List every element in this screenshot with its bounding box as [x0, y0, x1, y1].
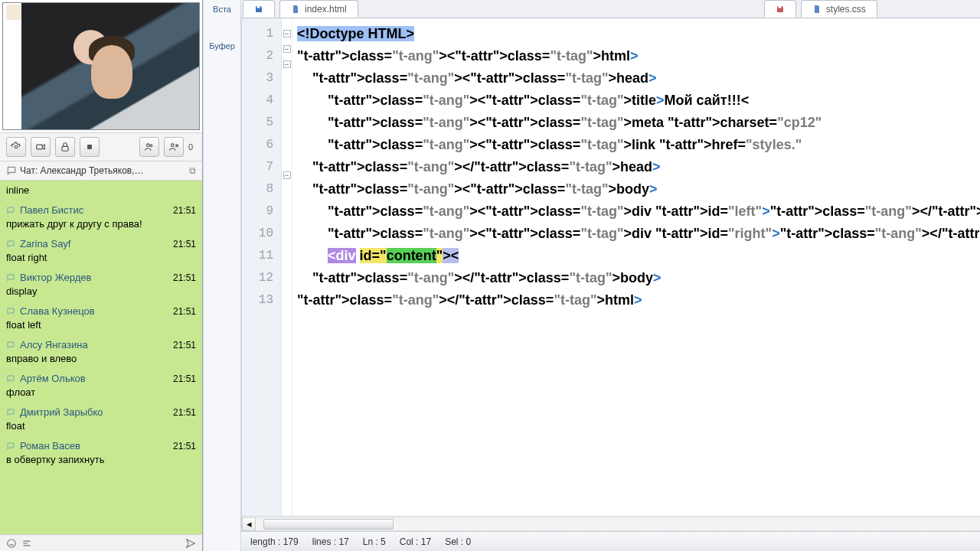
chat-message-header: Павел Бистис21:51: [6, 204, 196, 216]
status-bar: length : 179 lines : 17 Ln : 5 Col : 17 …: [241, 531, 980, 551]
chat-bubble-icon: [6, 165, 17, 176]
chat-message: Павел Бистис21:51прижать друг к другу с …: [0, 203, 202, 236]
chat-message: Роман Васев21:51в обвертку запихнуть: [0, 439, 202, 472]
code-editor: index.html styles.css 12345678910111213 …: [241, 0, 980, 551]
chat-message: Слава Кузнецов21:51float left: [0, 304, 202, 337]
chat-message-header: Zarina Sayf21:51: [6, 238, 196, 249]
chat-message: Дмитрий Зарыбко21:51float: [0, 405, 202, 439]
bubble-icon: [6, 442, 15, 451]
svg-rect-2: [62, 146, 68, 151]
chat-time: 21:51: [173, 441, 196, 452]
svg-rect-1: [37, 145, 43, 149]
chat-time: 21:51: [173, 239, 196, 249]
status-col: Col : 17: [400, 536, 431, 547]
svg-point-6: [171, 144, 174, 147]
chat-message: Виктор Жердев21:51display: [0, 270, 202, 304]
chat-message-header: Слава Кузнецов21:51: [6, 305, 196, 317]
chat-message: Zarina Sayf21:51float right: [0, 236, 202, 270]
chat-message-header: Алсу Янгазина21:51: [6, 339, 196, 350]
save-icon[interactable]: [243, 0, 275, 18]
bubble-icon: [6, 273, 15, 282]
chat-time: 21:51: [173, 340, 196, 350]
stop-icon[interactable]: [80, 137, 100, 157]
webcam-toolbar: 0: [0, 132, 202, 161]
chat-text: флоат: [6, 384, 196, 403]
webcam-viewport: [2, 2, 200, 130]
svg-rect-10: [257, 6, 260, 8]
chat-author: Алсу Янгазина: [20, 339, 88, 350]
chat-text: display: [6, 283, 196, 302]
chat-text: float right: [6, 249, 196, 269]
ribbon-clipboard-label: Буфер: [204, 41, 240, 51]
scroll-left-icon[interactable]: ◂: [242, 517, 256, 531]
code-area-html[interactable]: <!Doctype HTML>"t-attr">class="t-ang"><"…: [292, 18, 980, 516]
save-icon[interactable]: [764, 0, 796, 18]
tab-label: index.html: [305, 4, 347, 15]
popout-icon[interactable]: ⧉: [189, 165, 196, 176]
fold-gutter[interactable]: −−−−: [282, 18, 292, 516]
communicator-panel: 0 Чат: Александр Третьяков,… ⧉ inlineПав…: [0, 0, 203, 551]
chat-message: inline: [0, 181, 202, 203]
svg-point-5: [150, 145, 152, 147]
ribbon-left-slice: Вста Буфер: [203, 0, 241, 551]
chat-time: 21:51: [173, 373, 196, 384]
lock-icon[interactable]: [55, 137, 75, 157]
contact-count: 0: [188, 142, 193, 152]
chat-text: прижать друг к другу с права!: [6, 216, 196, 235]
svg-rect-11: [778, 6, 781, 8]
ribbon-insert[interactable]: Вста: [204, 5, 240, 14]
chat-message: Артём Ольков21:51флоат: [0, 371, 202, 405]
chat-time: 21:51: [173, 205, 196, 216]
bubble-icon: [6, 408, 15, 417]
tab-styles-css[interactable]: styles.css: [801, 0, 877, 18]
tab-label: styles.css: [826, 4, 866, 15]
chat-input-bar: [0, 534, 202, 551]
chat-text: inline: [6, 182, 196, 201]
chat-author: Павел Бистис: [20, 204, 83, 216]
chat-header: Чат: Александр Третьяков,… ⧉: [0, 161, 202, 181]
format-icon[interactable]: [21, 538, 32, 549]
bubble-icon: [6, 307, 15, 316]
editor-tab-bar: index.html styles.css: [241, 0, 980, 18]
h-scrollbar[interactable]: ◂ ▸: [242, 516, 980, 531]
chat-message-list[interactable]: inlineПавел Бистис21:51прижать друг к др…: [0, 181, 202, 534]
chat-title: Чат: Александр Третьяков,…: [20, 165, 144, 176]
file-icon: [812, 5, 822, 14]
chat-message-header: Виктор Жердев21:51: [6, 272, 196, 283]
chat-time: 21:51: [173, 272, 196, 283]
emoji-icon[interactable]: [6, 538, 17, 549]
svg-point-9: [8, 539, 16, 547]
camera-icon[interactable]: [31, 137, 51, 157]
chat-time: 21:51: [173, 407, 196, 418]
chat-author: Роман Васев: [20, 440, 80, 452]
editor-pane-html: 12345678910111213 −−−− <!Doctype HTML>"t…: [241, 18, 980, 531]
bubble-icon: [6, 240, 15, 249]
chat-author: Виктор Жердев: [20, 272, 91, 283]
chat-message-header: Роман Васев21:51: [6, 440, 196, 452]
chat-text: float left: [6, 317, 196, 336]
chat-text: float: [6, 418, 196, 437]
contacts-closed-icon[interactable]: [164, 137, 184, 157]
bubble-icon: [6, 341, 15, 350]
chat-message: Алсу Янгазина21:51вправо и влево: [0, 337, 202, 371]
chat-author: Zarina Sayf: [20, 238, 70, 249]
tab-index-html[interactable]: index.html: [279, 0, 358, 18]
chat-message-header: Артём Ольков21:51: [6, 373, 196, 384]
send-icon[interactable]: [185, 538, 196, 549]
chat-author: Слава Кузнецов: [20, 305, 95, 317]
svg-point-4: [146, 144, 149, 147]
chat-author: Артём Ольков: [20, 373, 86, 384]
status-ln: Ln : 5: [363, 536, 386, 547]
gear-icon[interactable]: [6, 137, 26, 157]
chat-time: 21:51: [173, 306, 196, 317]
chat-text: вправо и влево: [6, 350, 196, 370]
bubble-icon: [6, 374, 15, 383]
chat-author: Дмитрий Зарыбко: [20, 406, 103, 418]
contacts-icon[interactable]: [139, 137, 159, 157]
file-icon: [291, 5, 300, 14]
chat-message-header: Дмитрий Зарыбко21:51: [6, 406, 196, 418]
scroll-thumb[interactable]: [263, 519, 394, 530]
svg-rect-3: [87, 145, 92, 149]
presenter-avatar-icon: [6, 5, 21, 20]
svg-point-0: [15, 145, 18, 148]
